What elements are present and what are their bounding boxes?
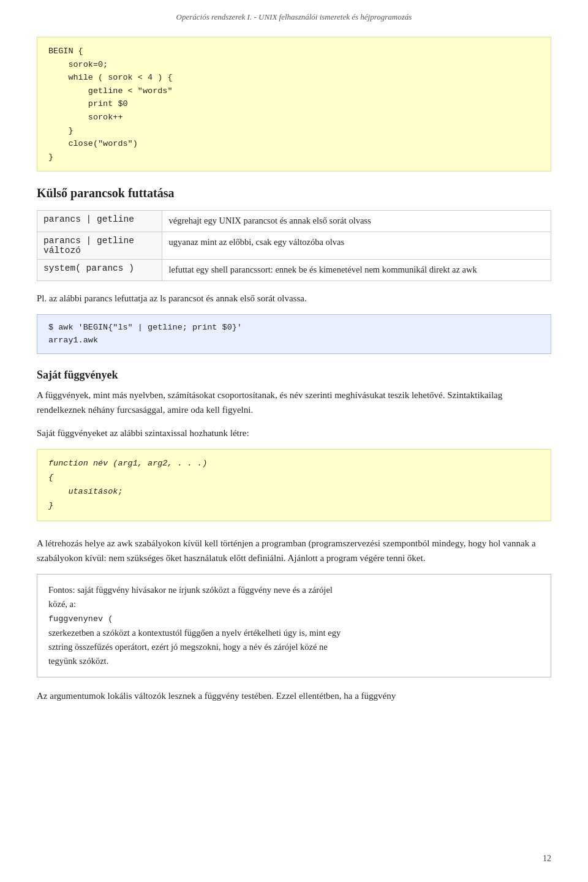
paragraph-ls-example: Pl. az alábbi parancs lefuttatja az ls p… xyxy=(37,291,551,306)
info-text-line1: Fontos: saját függvény hívásakor ne írju… xyxy=(48,585,333,595)
paragraph-syntax-intro: Saját függvényeket az alábbi szintaxissa… xyxy=(37,426,551,440)
info-text-line4: szerkezetben a szóközt a kontextustól fü… xyxy=(48,628,341,638)
table-cell-desc: lefuttat egy shell parancssort: ennek be… xyxy=(162,260,551,281)
info-code-fuggvenynev: fuggvenynev ( xyxy=(48,614,113,624)
table-row: parancs | getlineváltozó ugyanaz mint az… xyxy=(37,232,551,260)
info-box: Fontos: saját függvény hívásakor ne írju… xyxy=(37,574,551,678)
info-text-line5: sztring összefűzés operátort, ezért jó m… xyxy=(48,642,328,652)
code-block-function-syntax: function név (arg1, arg2, . . .) { utasí… xyxy=(37,449,551,521)
paragraph-functions-intro: A függvények, mint más nyelvben, számítá… xyxy=(37,388,551,417)
section-title-external-commands: Külső parancsok futtatása xyxy=(37,186,551,200)
table-cell-desc: végrehajt egy UNIX parancsot és annak el… xyxy=(162,211,551,232)
paragraph-placement: A létrehozás helye az awk szabályokon kí… xyxy=(37,536,551,565)
page-header: Operációs rendszerek I. - UNIX felhaszná… xyxy=(37,12,551,22)
page-number: 12 xyxy=(543,854,551,864)
paragraph-local-vars: Az argumentumok lokális változók lesznek… xyxy=(37,688,551,703)
code-block-awk-ls: $ awk 'BEGIN{"ls" | getline; print $0}' … xyxy=(37,314,551,354)
table-row: parancs | getline végrehajt egy UNIX par… xyxy=(37,211,551,232)
section-title-own-functions: Saját függvények xyxy=(37,369,551,382)
table-cell-desc: ugyanaz mint az előbbi, csak egy változó… xyxy=(162,232,551,260)
table-row: system( parancs ) lefuttat egy shell par… xyxy=(37,260,551,281)
info-text-line6: tegyünk szóközt. xyxy=(48,656,108,666)
table-cell-cmd: parancs | getline xyxy=(37,211,162,232)
table-cell-cmd: system( parancs ) xyxy=(37,260,162,281)
commands-table: parancs | getline végrehajt egy UNIX par… xyxy=(37,210,551,281)
code-block-while: BEGIN { sorok=0; while ( sorok < 4 ) { g… xyxy=(37,37,551,172)
table-cell-cmd: parancs | getlineváltozó xyxy=(37,232,162,260)
info-text-line2: közé, a: xyxy=(48,599,76,609)
